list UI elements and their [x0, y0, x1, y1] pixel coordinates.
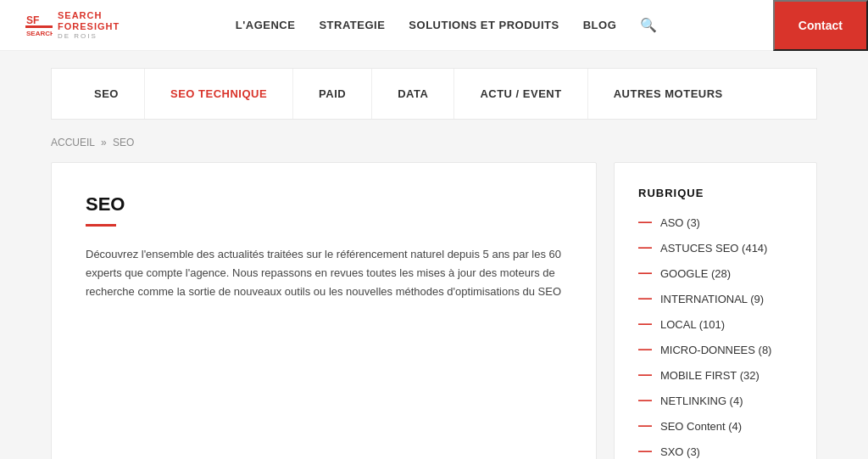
sidebar: RUBRIQUE — ASO (3) — ASTUCES SEO (414) —… — [614, 162, 817, 459]
nav-agence[interactable]: L'AGENCE — [236, 19, 296, 31]
category-seo-technique[interactable]: SEO TECHNIQUE — [145, 69, 293, 119]
list-item[interactable]: — ASO (3) — [638, 215, 793, 230]
breadcrumb: ACCUEIL » SEO — [51, 137, 817, 148]
sidebar-item-label: LOCAL (101) — [660, 318, 725, 331]
sidebar-item-label: NETLINKING (4) — [660, 395, 743, 407]
logo-wrapper: SF SEARCH SEARCH FORESIGHT DE ROIS — [25, 10, 120, 41]
sidebar-item-label: INTERNATIONAL (9) — [660, 293, 764, 305]
dash-icon: — — [638, 291, 652, 306]
sidebar-item-label: GOOGLE (28) — [660, 267, 731, 280]
sidebar-item-label: SEO Content (4) — [660, 420, 742, 433]
logo-derois: DE ROIS — [58, 32, 120, 41]
nav-blog[interactable]: BLOG — [583, 19, 617, 31]
dash-icon: — — [638, 367, 652, 383]
dash-icon: — — [638, 266, 652, 281]
nav-solutions[interactable]: SOLUTIONS ET PRODUITS — [409, 19, 559, 31]
logo-search: SEARCH — [58, 10, 120, 21]
category-actu[interactable]: ACTU / EVENT — [454, 69, 587, 119]
sidebar-card: RUBRIQUE — ASO (3) — ASTUCES SEO (414) —… — [614, 162, 817, 459]
dash-icon: — — [638, 240, 652, 255]
dash-icon: — — [638, 215, 652, 230]
svg-text:SEARCH: SEARCH — [26, 30, 53, 37]
list-item[interactable]: — MICRO-DONNEES (8) — [638, 342, 793, 357]
category-autres[interactable]: AUTRES MOTEURS — [588, 69, 748, 119]
category-paid[interactable]: PAID — [293, 69, 372, 119]
dash-icon: — — [638, 418, 652, 434]
content-area: SEO Découvrez l'ensemble des actualités … — [51, 162, 817, 459]
list-item[interactable]: — ASTUCES SEO (414) — [638, 240, 793, 255]
search-icon[interactable]: 🔍 — [640, 17, 657, 33]
main-nav: L'AGENCE STRATEGIE SOLUTIONS ET PRODUITS… — [236, 17, 658, 33]
sidebar-item-label: MICRO-DONNEES (8) — [660, 344, 771, 356]
logo-icon: SF SEARCH — [25, 12, 53, 39]
list-item[interactable]: — INTERNATIONAL (9) — [638, 291, 793, 306]
sidebar-item-label: MOBILE FIRST (32) — [660, 369, 760, 382]
dash-icon: — — [638, 316, 652, 332]
title-underline — [86, 224, 116, 227]
dash-icon: — — [638, 444, 652, 459]
category-data[interactable]: DATA — [372, 69, 454, 119]
dash-icon: — — [638, 393, 652, 408]
main-card-text: Découvrez l'ensemble des actualités trai… — [86, 245, 562, 301]
main-card: SEO Découvrez l'ensemble des actualités … — [51, 162, 597, 459]
svg-rect-2 — [25, 25, 53, 28]
breadcrumb-sep: » — [101, 137, 107, 148]
nav-strategie[interactable]: STRATEGIE — [319, 19, 385, 31]
sidebar-item-label: SXO (3) — [660, 445, 700, 458]
contact-button[interactable]: Contact — [773, 0, 868, 51]
sidebar-item-label: ASO (3) — [660, 216, 700, 229]
breadcrumb-current: SEO — [113, 137, 134, 148]
svg-text:SF: SF — [26, 14, 39, 26]
sidebar-item-label: ASTUCES SEO (414) — [660, 242, 767, 255]
list-item[interactable]: — MOBILE FIRST (32) — [638, 367, 793, 383]
logo-foresight: FORESIGHT — [58, 21, 120, 32]
category-seo[interactable]: SEO — [69, 69, 145, 119]
list-item[interactable]: — GOOGLE (28) — [638, 266, 793, 281]
sidebar-title: RUBRIQUE — [638, 187, 793, 199]
breadcrumb-home[interactable]: ACCUEIL — [51, 137, 95, 148]
list-item[interactable]: — SEO Content (4) — [638, 418, 793, 434]
dash-icon: — — [638, 342, 652, 357]
list-item[interactable]: — NETLINKING (4) — [638, 393, 793, 408]
list-item[interactable]: — LOCAL (101) — [638, 316, 793, 332]
list-item[interactable]: — SXO (3) — [638, 444, 793, 459]
header: SF SEARCH SEARCH FORESIGHT DE ROIS L'AGE… — [0, 0, 868, 51]
category-bar: SEO SEO TECHNIQUE PAID DATA ACTU / EVENT… — [51, 68, 817, 120]
main-card-title: SEO — [86, 193, 562, 216]
